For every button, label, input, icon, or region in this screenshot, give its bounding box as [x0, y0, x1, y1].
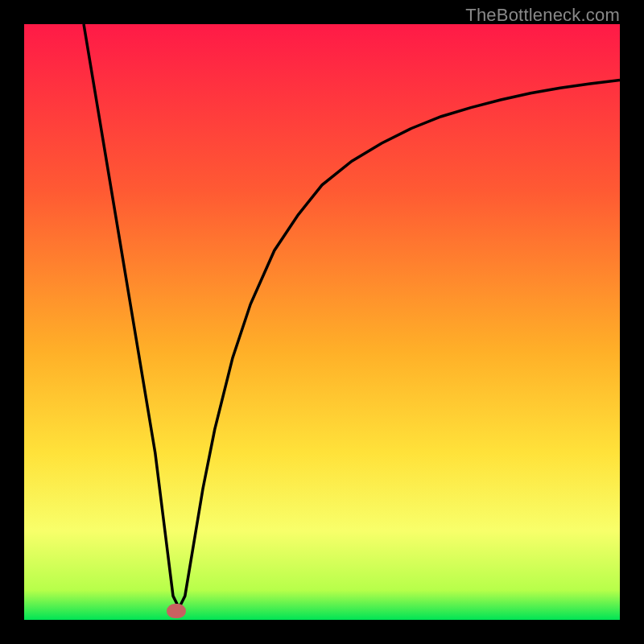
chart-frame: [24, 24, 620, 620]
watermark-text: TheBottleneck.com: [465, 5, 620, 26]
chart-svg: [24, 24, 620, 620]
minimum-marker: [167, 604, 186, 618]
gradient-background: [24, 24, 620, 620]
